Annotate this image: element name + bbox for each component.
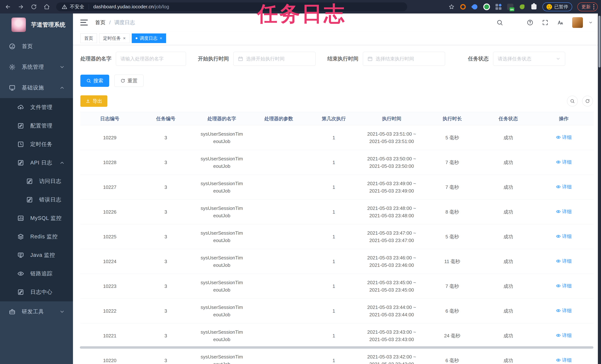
- back-icon[interactable]: [3, 2, 13, 12]
- extension-puzzle-icon[interactable]: [531, 3, 537, 10]
- cell-handler-name: sysUserSessionTimeoutJob: [192, 155, 251, 170]
- avatar-caret-icon[interactable]: [588, 20, 593, 25]
- detail-link[interactable]: 详细: [556, 134, 572, 141]
- fullscreen-icon[interactable]: [542, 19, 549, 26]
- end-time-input[interactable]: 选择结束执行时间: [363, 52, 445, 66]
- table-row: 102223sysUserSessionTimeoutJob12021-05-0…: [80, 299, 594, 323]
- vertical-scrollbar-thumb[interactable]: [598, 16, 601, 67]
- detail-link[interactable]: 详细: [556, 257, 572, 265]
- sidebar-item-config[interactable]: 配置管理: [0, 117, 73, 135]
- column-header: 处理器的参数: [251, 115, 306, 122]
- cell-job-id: 3: [139, 208, 192, 216]
- cell-exec-time: 2021-05-03 23:43:00 ~2021-05-03 23:43:00: [361, 328, 422, 343]
- cell-exec-time: 2021-05-03 23:50:00 ~2021-05-03 23:50:00: [361, 155, 422, 170]
- begin-time-input[interactable]: 选择开始执行时间: [233, 52, 316, 66]
- reload-icon[interactable]: [29, 2, 39, 12]
- update-button[interactable]: 更新: [577, 2, 598, 11]
- cell-log-id: 10221: [80, 332, 139, 339]
- cell-actions: 详细: [534, 332, 594, 340]
- sidebar-item-api-log[interactable]: API 日志: [0, 153, 73, 172]
- logo-image: [11, 18, 26, 32]
- extension-grid-icon[interactable]: [495, 3, 502, 10]
- extension-green-circle-icon[interactable]: [483, 3, 490, 10]
- sidebar-item-home[interactable]: 首页: [0, 36, 73, 57]
- toggle-search-button[interactable]: [567, 96, 578, 106]
- hamburger-icon[interactable]: [80, 20, 88, 26]
- logo-row[interactable]: 芋道管理系统: [0, 13, 73, 36]
- job-status-select[interactable]: 请选择任务状态: [493, 52, 565, 66]
- browser-menu-icon[interactable]: [593, 4, 594, 10]
- tab-调度日志[interactable]: 调度日志 ×: [132, 33, 166, 43]
- bookmark-star-icon[interactable]: [449, 4, 454, 10]
- sidebar-item-file[interactable]: 文件管理: [0, 98, 73, 117]
- cell-handler-name: sysUserSessionTimeoutJob: [192, 204, 251, 219]
- sidebar-item-log-center[interactable]: 日志中心: [0, 283, 73, 301]
- cell-exec-index: 1: [306, 357, 361, 364]
- job-status-label: 任务状态: [468, 55, 489, 62]
- export-button[interactable]: 导出: [80, 95, 107, 107]
- extension-on-badge-icon[interactable]: on: [507, 3, 514, 10]
- cell-status: 成功: [482, 134, 534, 141]
- sidebar-item-access-log[interactable]: 访问日志: [0, 172, 73, 191]
- eye-icon: [556, 308, 561, 313]
- vertical-scrollbar[interactable]: [598, 13, 601, 364]
- sidebar-item-redis[interactable]: Redis 监控: [0, 227, 73, 246]
- column-header: 操作: [534, 115, 594, 122]
- paused-badge[interactable]: 已暂停: [542, 2, 572, 11]
- detail-link[interactable]: 详细: [556, 183, 572, 191]
- user-avatar[interactable]: [572, 17, 583, 28]
- detail-link[interactable]: 详细: [556, 208, 572, 215]
- sidebar-item-system[interactable]: 系统管理: [0, 57, 73, 77]
- detail-link[interactable]: 详细: [556, 356, 572, 364]
- refresh-table-button[interactable]: [582, 96, 593, 106]
- sidebar-item-error-log[interactable]: 错误日志: [0, 191, 73, 209]
- search-button[interactable]: 搜索: [80, 75, 109, 87]
- detail-link[interactable]: 详细: [556, 307, 572, 314]
- tab-close-icon[interactable]: ×: [123, 36, 126, 40]
- extension-leaf-icon[interactable]: [519, 3, 525, 10]
- sidebar-item-job[interactable]: 定时任务: [0, 135, 73, 153]
- cell-status: 成功: [482, 307, 534, 315]
- log-icon: [17, 289, 24, 295]
- detail-link[interactable]: 详细: [556, 282, 572, 290]
- extension-ring-icon[interactable]: [460, 3, 466, 10]
- extension-drop-icon[interactable]: [471, 3, 478, 10]
- cell-exec-time: 2021-05-03 23:44:00 ~2021-05-03 23:44:00: [361, 303, 422, 318]
- tab-定时任务[interactable]: 定时任务 ×: [99, 33, 130, 43]
- header-search-icon[interactable]: [496, 19, 503, 26]
- tab-close-icon[interactable]: ×: [160, 36, 162, 40]
- cell-duration: 24 毫秒: [422, 332, 482, 339]
- column-header: 执行时长: [422, 115, 482, 122]
- sidebar-item-label: 定时任务: [30, 141, 65, 148]
- help-icon[interactable]: [527, 19, 533, 26]
- cell-status: 成功: [482, 208, 534, 216]
- github-icon[interactable]: [511, 19, 518, 26]
- reset-button[interactable]: 重置: [114, 75, 144, 87]
- sidebar-item-infra[interactable]: 基础设施: [0, 77, 73, 98]
- sidebar-item-mysql[interactable]: MySQL 监控: [0, 209, 73, 227]
- cell-handler-name: sysUserSessionTimeoutJob: [192, 328, 251, 343]
- cell-handler-name: sysUserSessionTimeoutJob: [192, 303, 251, 318]
- sidebar-item-devtool[interactable]: 研发工具: [0, 301, 73, 322]
- home-icon[interactable]: [42, 2, 52, 12]
- handler-name-input[interactable]: 请输入处理器的名字: [116, 52, 186, 66]
- sidebar-item-java[interactable]: Java 监控: [0, 246, 73, 264]
- detail-link[interactable]: 详细: [556, 332, 572, 339]
- detail-link[interactable]: 详细: [556, 158, 572, 166]
- font-size-icon[interactable]: [557, 19, 564, 26]
- forward-icon[interactable]: [16, 2, 26, 12]
- sidebar-item-label: 研发工具: [22, 308, 59, 315]
- sidebar-item-label: Java 监控: [30, 252, 65, 259]
- cell-handler-name: sysUserSessionTimeoutJob: [192, 180, 251, 195]
- horizontal-scrollbar-thumb[interactable]: [80, 346, 593, 349]
- cell-status: 成功: [482, 233, 534, 240]
- cell-actions: 详细: [534, 134, 594, 142]
- detail-link[interactable]: 详细: [556, 233, 572, 240]
- breadcrumb-home[interactable]: 首页: [95, 19, 106, 26]
- tab-首页[interactable]: 首页: [80, 33, 97, 43]
- log-icon: [26, 196, 33, 203]
- address-bar[interactable]: 不安全 dashboard.yudao.iocoder.cn /job/log: [56, 2, 407, 11]
- eye-icon: [556, 160, 561, 164]
- sidebar-item-trace[interactable]: 链路追踪: [0, 264, 73, 283]
- sidebar-item-label: 配置管理: [30, 122, 65, 130]
